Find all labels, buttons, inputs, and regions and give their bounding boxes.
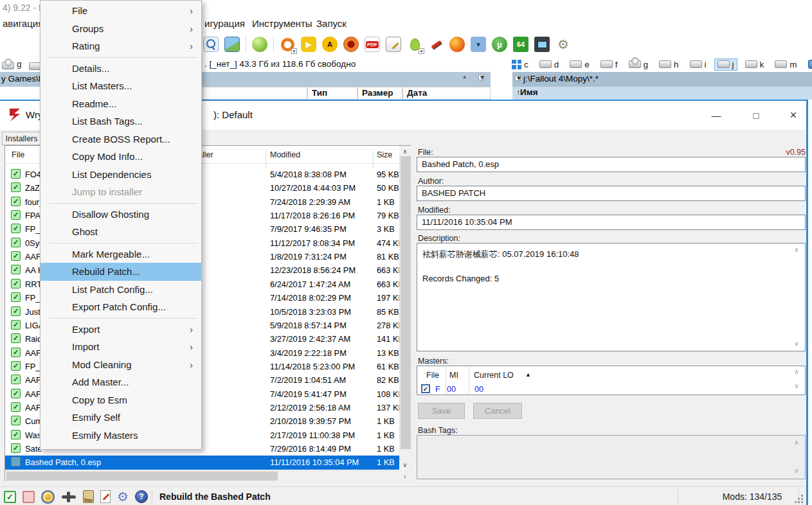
mod-checkbox-checked[interactable]: ✓ [11, 430, 21, 439]
mod-checkbox-checked[interactable]: ✓ [11, 224, 21, 233]
mod-checkbox-checked[interactable]: ✓ [11, 375, 21, 384]
column-header-size[interactable]: Size [377, 150, 392, 159]
master-checkbox[interactable]: ✓ [421, 384, 430, 393]
minimize-button[interactable]: — [702, 105, 730, 125]
menu-item-list-bash-tags[interactable]: List Bash Tags... [41, 112, 201, 130]
drive-e[interactable]: e [566, 58, 593, 71]
column-header-name-left[interactable] [203, 87, 307, 100]
red-pen-icon[interactable] [428, 37, 444, 52]
mod-checkbox-checked[interactable]: ✓ [11, 210, 21, 220]
scroll-up-icon[interactable]: ∧ [792, 246, 801, 253]
drive-h[interactable]: h [656, 58, 682, 71]
tc-menu-tools[interactable]: Инструменты [252, 18, 312, 29]
mod-checkbox-checked[interactable]: ✓ [11, 348, 21, 357]
drive-g[interactable]: g [626, 58, 652, 71]
author-field[interactable]: BASHED PATCH [417, 186, 806, 201]
scroll-down-icon[interactable]: ∨ [792, 382, 801, 389]
checked-checkbox-icon[interactable]: ✓ [4, 491, 16, 503]
maximize-button[interactable]: □ [742, 105, 770, 125]
gear-icon[interactable]: ⚙ [555, 37, 571, 52]
green-ball-icon[interactable] [252, 37, 267, 52]
menu-item-export[interactable]: Export› [41, 321, 201, 339]
close-button[interactable]: × [779, 105, 807, 125]
doc-icon[interactable]: Doc [83, 490, 94, 503]
mod-checkbox-checked[interactable]: ✓ [11, 320, 21, 330]
ring-tool-icon[interactable]: ▾ [280, 37, 295, 52]
search-icon[interactable] [203, 37, 219, 52]
vaultboy-icon[interactable]: ☺ [41, 490, 55, 504]
drive-j[interactable]: j [714, 58, 737, 71]
menu-item-list-masters[interactable]: List Masters... [41, 77, 201, 95]
column-header-date[interactable]: Дата [402, 87, 491, 100]
mod-checkbox-checked[interactable]: ✓ [11, 389, 21, 398]
menu-item-copy-mod-info[interactable]: Copy Mod Info... [41, 148, 201, 166]
modified-field[interactable]: 11/11/2016 10:35:04 PM [417, 215, 806, 230]
scroll-up-icon[interactable]: ∧ [792, 368, 801, 375]
column-header-file[interactable]: File [12, 150, 24, 159]
menu-item-details[interactable]: Details... [41, 60, 201, 78]
media-player-icon[interactable]: ▶ [301, 37, 316, 52]
scroll-down-icon[interactable]: ∨ [399, 459, 411, 470]
vertical-scrollbar[interactable] [399, 146, 411, 470]
horizontal-scrollbar[interactable]: › [5, 470, 411, 481]
mod-checkbox-checked[interactable]: ✓ [11, 251, 21, 261]
computer-icon[interactable] [534, 37, 550, 52]
mod-checkbox-checked[interactable]: ✓ [11, 169, 21, 179]
mod-checkbox-checked[interactable]: ✓ [11, 416, 21, 425]
readme-edit-icon[interactable] [100, 490, 111, 503]
menu-item-mod-cleaning[interactable]: Mod Cleaning› [41, 356, 201, 374]
column-header-name-right[interactable]: ↑Имя [512, 87, 812, 100]
firefox-icon[interactable] [449, 37, 465, 52]
menu-item-esmify-self[interactable]: Esmify Self [41, 409, 201, 427]
x64-icon[interactable]: 64 [513, 37, 528, 52]
pdf-icon[interactable]: PDF [365, 37, 380, 52]
mod-checkbox-checked[interactable]: ✓ [11, 238, 21, 247]
mod-checkbox-checked[interactable]: ✓ [11, 306, 21, 316]
scroll-right-icon[interactable]: › [399, 471, 411, 482]
resize-grip[interactable] [801, 501, 803, 503]
image-viewer-icon[interactable] [224, 37, 240, 52]
drive-m[interactable]: m [771, 58, 800, 71]
menu-item-add-master[interactable]: Add Master... [41, 373, 201, 391]
menu-item-copy-to-esm[interactable]: Copy to Esm [41, 391, 201, 409]
menu-item-list-patch-config[interactable]: List Patch Config... [41, 281, 201, 299]
mod-row[interactable]: Bashed Patch, 0.esp11/11/2016 10:35:04 P… [5, 456, 399, 469]
menu-item-export-patch-config[interactable]: Export Patch Config... [41, 298, 201, 316]
menu-item-readme[interactable]: Readme... [41, 95, 201, 113]
drive-f[interactable]: f [597, 58, 621, 71]
tc-menu-configuration[interactable]: игурация [204, 18, 245, 29]
bash-tags-field[interactable] [417, 435, 806, 479]
drive-i[interactable]: i [687, 58, 710, 71]
menu-item-rating[interactable]: Rating› [41, 37, 201, 55]
settings-gear-icon[interactable]: ⚙ [117, 490, 129, 504]
description-field[interactable]: 袨斜薪芯胁谢械薪芯: 05.07.2019 16:10:48 Records C… [417, 243, 806, 351]
pink-checkbox-icon[interactable] [23, 491, 35, 503]
menu-item-mark-mergeable[interactable]: Mark Mergeable... [41, 245, 201, 263]
mod-checkbox-checked[interactable]: ✓ [11, 182, 21, 192]
mod-checkbox-checked[interactable]: ✓ [11, 361, 21, 371]
menu-item-rebuild-patch[interactable]: Rebuild Patch... [41, 263, 201, 281]
flower-tool-icon[interactable] [343, 37, 359, 52]
mod-checkbox-checked[interactable]: ✓ [11, 333, 21, 343]
menu-item-import[interactable]: Import› [41, 338, 201, 356]
scroll-down-icon[interactable]: ∨ [792, 467, 801, 474]
drive-c[interactable]: c [509, 58, 532, 71]
scrollbar-thumb[interactable] [6, 472, 278, 481]
scroll-down-icon[interactable]: ∨ [792, 340, 801, 347]
menu-item-groups[interactable]: Groups› [41, 20, 201, 38]
menu-item-jump-to-installer[interactable]: Jump to installer [41, 183, 201, 201]
notepad-icon[interactable] [386, 37, 401, 52]
menu-item-ghost[interactable]: Ghost [41, 223, 201, 241]
mod-checkbox-checked[interactable]: ✓ [11, 443, 21, 453]
file-field[interactable]: Bashed Patch, 0.esp [417, 157, 806, 172]
menu-item-file[interactable]: File› [41, 2, 201, 20]
menu-item-create-boss-report[interactable]: Create BOSS Report... [41, 130, 201, 148]
menu-item-list-dependencies[interactable]: List Dependencies [41, 166, 201, 184]
save-button[interactable]: Save [418, 403, 465, 419]
column-header-size[interactable]: Размер [357, 87, 402, 100]
mod-checkbox-checked[interactable]: ✓ [11, 197, 21, 206]
column-header-modified[interactable]: Modified [270, 150, 300, 159]
masters-column-file[interactable]: File [426, 371, 439, 380]
path-dropdown-icon[interactable]: ▼ [515, 75, 521, 81]
help-icon[interactable]: ? [135, 490, 148, 503]
